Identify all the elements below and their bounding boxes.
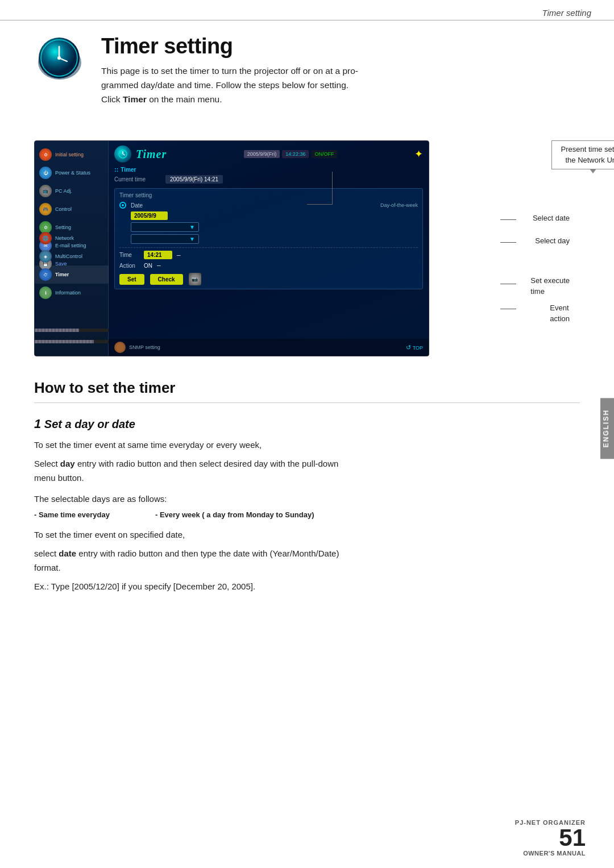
sidebar-item-power[interactable]: ⏻ Power & Status — [35, 164, 108, 182]
sidebar-label-network: Network — [55, 235, 74, 241]
clock-icon — [34, 34, 85, 85]
sidebar-item-information[interactable]: ℹ Information — [35, 284, 109, 302]
ui-ts-header: Timer setting — [119, 192, 418, 198]
days-row: - Same time everyday - Every week ( a da… — [34, 510, 580, 519]
day-of-week-label: Day-of-the-week — [380, 202, 418, 208]
page-title: Timer setting — [101, 34, 358, 59]
camera-button[interactable]: 📷 — [189, 273, 201, 285]
network-icon: 🌐 — [39, 232, 52, 244]
ann-line-select-day — [500, 242, 516, 243]
title-row: Timer setting This page is to set the ti… — [34, 34, 580, 106]
sidebar-item-multicontrol[interactable]: ◈ MultiControl — [35, 247, 109, 265]
action-dash: – — [157, 261, 161, 269]
days-col1: - Same time everyday — [34, 510, 110, 519]
date-radio-btn[interactable] — [119, 202, 126, 209]
ann-line-select-date — [500, 219, 516, 220]
ui-timer-title-row: Timer — [114, 146, 167, 163]
ui-screen: ⚙ Initial setting ⏻ Power & Status 📺 PC … — [34, 140, 429, 356]
sidebar-item-pcadj[interactable]: 📺 PC Adj. — [35, 182, 108, 200]
callout-bubble: Present time set on the Network Unit — [551, 140, 614, 169]
footer-page-num: 51 — [515, 826, 586, 850]
action-label: Action — [119, 263, 139, 269]
sidebar-label-control: Control — [55, 206, 72, 212]
day-dropdown-row-2: ▼ — [131, 234, 418, 244]
initial-setting-icon: ⚙ — [39, 148, 52, 161]
ui-section-header: :: Timer — [114, 166, 423, 173]
snmp-icon — [114, 342, 126, 353]
footer-sub: OWNER'S MANUAL — [515, 850, 586, 857]
label-set-execute: Set execute time — [530, 276, 570, 296]
step1-title: 1 Set a day or date — [34, 417, 580, 431]
page-header: Timer setting — [0, 0, 614, 20]
progress-fill-1 — [35, 329, 79, 332]
sidebar-item-network[interactable]: 🌐 Network — [35, 229, 109, 247]
time-input-field[interactable]: 14:21 — [144, 251, 172, 259]
day-dropdown-row-1: ▼ — [131, 222, 418, 232]
action-value: ON — [144, 263, 152, 269]
dropdown-arrow-2: ▼ — [189, 236, 195, 242]
step1-num: 1 — [34, 417, 41, 431]
label-select-date: Select date — [533, 213, 570, 223]
callout-line-h — [307, 204, 333, 205]
ui-btn-row: Set Check 📷 — [119, 273, 418, 285]
selectable-days-block: The selectable days are as follows: - Sa… — [34, 492, 580, 520]
specified-date-section: To set the timer event on specified date… — [34, 528, 580, 593]
label-event-action: Event action — [550, 303, 570, 323]
progress-bar-2 — [35, 340, 109, 343]
sidebar-item-timer[interactable]: ⏱ Timer — [35, 265, 109, 284]
sidebar-label-pcadj: PC Adj. — [55, 188, 72, 194]
information-icon: ℹ — [39, 286, 52, 299]
sidebar-label-information: Information — [55, 290, 81, 296]
ui-timer-word: Timer — [136, 148, 167, 161]
ui-topbar: Timer 2005/9/9(Fri) 14:22:36 ON/OFF ✦ — [114, 146, 423, 163]
ann-line-set-execute — [500, 284, 516, 284]
svg-point-5 — [57, 56, 61, 60]
timer-icon: ⏱ — [39, 268, 52, 281]
header-italic-title: Timer setting — [542, 8, 591, 18]
set-button[interactable]: Set — [119, 274, 144, 285]
day-dropdown-2[interactable]: ▼ — [131, 234, 199, 244]
intro-text: This page is to set the timer to turn th… — [101, 64, 358, 106]
multicontrol-icon: ◈ — [39, 250, 52, 263]
progress-bar-1 — [35, 329, 109, 332]
current-time-value: 2005/9/9(Fri) 14:21 — [165, 175, 223, 184]
page-footer: PJ-NET ORGANIZER 51 OWNER'S MANUAL — [515, 819, 586, 857]
pc-adj-icon: 📺 — [39, 185, 52, 197]
day-dropdown-2-val — [135, 236, 189, 242]
callout-text: Present time set on the Network Unit — [561, 145, 615, 164]
sidebar-label-multicontrol: MultiControl — [55, 254, 82, 259]
current-time-label: Current time — [114, 176, 160, 182]
date-input-row: 2005/9/9 — [131, 211, 418, 220]
ui-clock-circle-icon — [114, 146, 131, 163]
svg-line-8 — [123, 154, 125, 155]
ui-main-content: Timer 2005/9/9(Fri) 14:22:36 ON/OFF ✦ ::… — [109, 141, 429, 356]
ui-date-pill: 2005/9/9(Fri) — [244, 150, 280, 158]
label-select-day: Select day — [535, 236, 570, 246]
ui-action-row: Action ON – — [119, 261, 418, 269]
sidebar-label-timer: Timer — [55, 272, 69, 277]
ui-current-time-row: Current time 2005/9/9(Fri) 14:21 — [114, 175, 423, 184]
day-dropdown-1[interactable]: ▼ — [131, 222, 199, 232]
ui-timer-setting-box: Timer setting Date Day-of-the-week 2005/… — [114, 188, 423, 289]
time-label: Time — [119, 252, 139, 258]
ui-snmp-row[interactable]: SNMP setting — [114, 342, 160, 353]
control-icon: 🎮 — [39, 203, 52, 215]
day-dropdown-1-val — [135, 225, 189, 230]
sidebar-label-initial: Initial setting — [55, 152, 84, 157]
how-to-title: How to set the timer — [34, 379, 580, 403]
time-dash: – — [177, 251, 181, 259]
sidebar-label-power: Power & Status — [55, 170, 90, 176]
top-link[interactable]: ↺ TOP — [406, 344, 423, 351]
star-decoration: ✦ — [414, 148, 423, 160]
progress-fill-2 — [35, 340, 94, 343]
sidebar-item-initial[interactable]: ⚙ Initial setting — [35, 146, 108, 164]
ui-bottombar: SNMP setting ↺ TOP — [109, 339, 429, 356]
check-button[interactable]: Check — [150, 274, 183, 285]
dotted-separator — [119, 247, 418, 248]
dropdown-arrow-1: ▼ — [189, 224, 195, 230]
ui-radio-date-row: Date Day-of-the-week — [119, 202, 418, 209]
snmp-label: SNMP setting — [129, 344, 160, 350]
date-input-field[interactable]: 2005/9/9 — [131, 211, 168, 220]
selectable-intro: The selectable days are as follows: — [34, 492, 580, 506]
sidebar-item-control[interactable]: 🎮 Control — [35, 200, 108, 218]
